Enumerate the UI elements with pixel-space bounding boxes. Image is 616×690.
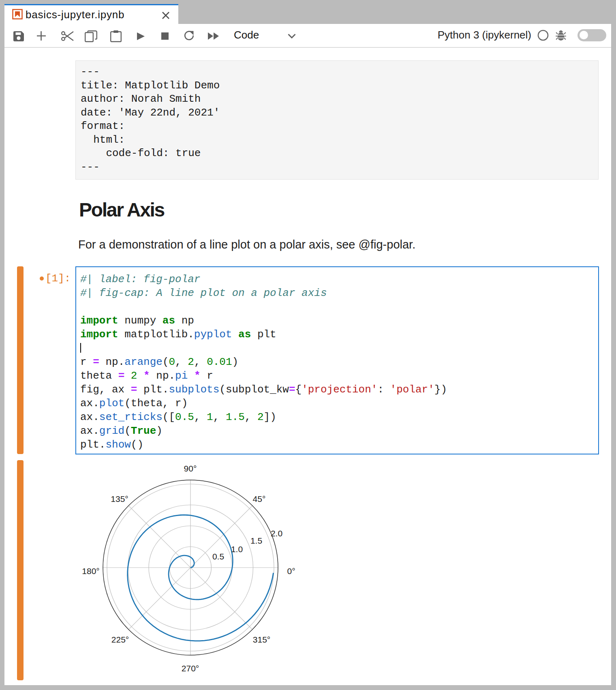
svg-text:315°: 315°	[253, 635, 270, 644]
svg-text:45°: 45°	[253, 494, 266, 504]
svg-text:270°: 270°	[182, 664, 199, 673]
svg-text:0.5: 0.5	[212, 552, 224, 561]
svg-text:135°: 135°	[111, 494, 128, 504]
svg-text:0°: 0°	[287, 566, 295, 576]
svg-text:1.0: 1.0	[231, 544, 243, 554]
svg-text:225°: 225°	[111, 635, 129, 644]
svg-text:180°: 180°	[82, 566, 99, 576]
svg-text:90°: 90°	[184, 464, 197, 473]
svg-text:1.5: 1.5	[250, 536, 262, 545]
svg-text:2.0: 2.0	[271, 529, 282, 538]
